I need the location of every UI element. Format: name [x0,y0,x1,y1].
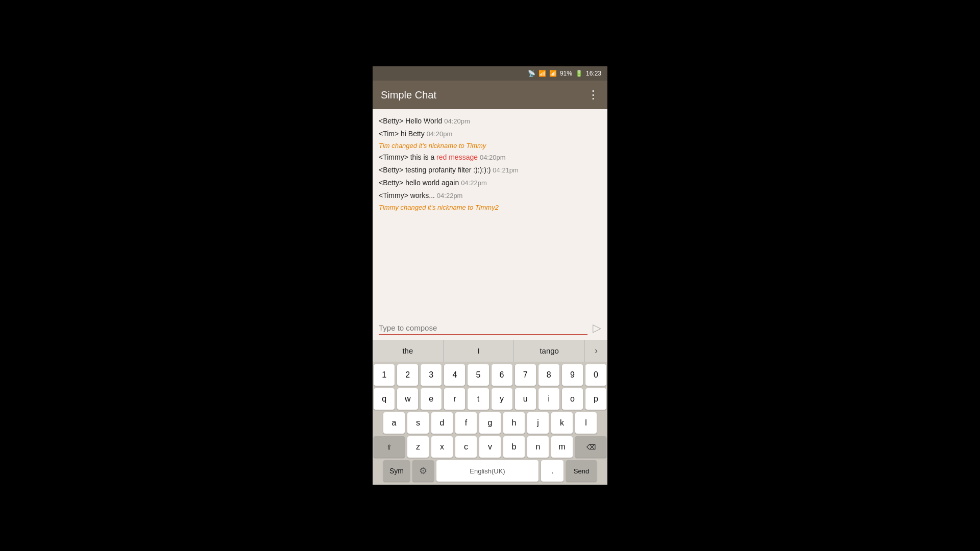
autocomplete-the[interactable]: the [373,340,444,362]
key-e[interactable]: e [421,388,442,410]
qwerty-row: q w e r t y u i o p [374,388,606,410]
keyboard-send-key[interactable]: Send [566,460,597,482]
chat-message-1: <Betty> Hello World 04:20pm [379,115,601,127]
key-n[interactable]: n [527,436,549,458]
shift-key[interactable]: ⇧ [374,436,405,458]
more-options-button[interactable]: ⋮ [587,88,599,102]
number-row: 1 2 3 4 5 6 7 8 9 0 [374,364,606,386]
msg-text-1: Hello World [405,117,444,125]
key-0[interactable]: 0 [585,364,606,386]
system-message-2: Timmy changed it's nickname to Timmy2 [379,203,601,212]
key-p[interactable]: p [585,388,606,410]
msg-text-7: works... [410,191,437,199]
compose-input[interactable] [379,321,587,335]
msg-text-6: hello world again [405,179,461,187]
autocomplete-bar: the I tango › [373,340,607,362]
key-8[interactable]: 8 [538,364,559,386]
chat-area: <Betty> Hello World 04:20pm <Tim> hi Bet… [373,109,607,317]
key-x[interactable]: x [431,436,453,458]
app-bar: Simple Chat ⋮ [373,81,607,109]
zxcv-row: ⇧ z x c v b n m ⌫ [374,436,606,458]
backspace-key[interactable]: ⌫ [575,436,606,458]
key-5[interactable]: 5 [468,364,488,386]
keyboard: 1 2 3 4 5 6 7 8 9 0 q w e r t y u i o p … [373,362,607,485]
key-a[interactable]: a [383,412,405,434]
key-z[interactable]: z [407,436,429,458]
asdf-row: a s d f g h j k l [374,412,606,434]
key-7[interactable]: 7 [515,364,536,386]
autocomplete-tango[interactable]: tango [514,340,585,362]
key-y[interactable]: y [492,388,512,410]
msg-time-1: 04:20pm [444,117,470,125]
key-g[interactable]: g [479,412,501,434]
system-message-1: Tim changed it's nickname to Timmy [379,141,601,151]
autocomplete-expand-button[interactable]: › [585,345,607,356]
key-h[interactable]: h [503,412,525,434]
key-c[interactable]: c [455,436,477,458]
sender-tim-1: <Tim> [379,130,399,138]
msg-text-2: hi Betty [401,130,427,138]
key-w[interactable]: w [397,388,418,410]
key-d[interactable]: d [431,412,453,434]
msg-time-4: 04:20pm [480,154,506,161]
key-l[interactable]: l [575,412,597,434]
status-bar: 📡 📶 📶 91% 🔋 16:23 [373,66,607,81]
chat-message-6: <Betty> hello world again 04:22pm [379,177,601,189]
sender-betty-2: <Betty> [379,166,403,174]
chat-message-5: <Betty> testing profanity filter :):):):… [379,164,601,176]
battery-text: 91% [560,70,572,77]
msg-text-5: testing profanity filter :):):):) [405,166,493,174]
msg-time-6: 04:22pm [461,179,487,187]
msg-time-5: 04:21pm [493,166,519,174]
key-v[interactable]: v [479,436,501,458]
sender-betty-1: <Betty> [379,117,403,125]
key-3[interactable]: 3 [421,364,442,386]
key-k[interactable]: k [551,412,573,434]
chat-message-2: <Tim> hi Betty 04:20pm [379,128,601,140]
key-r[interactable]: r [444,388,465,410]
compose-area: ▷ [373,317,607,340]
clock: 16:23 [586,70,601,77]
key-2[interactable]: 2 [397,364,418,386]
msg-text-4a: this is a [410,153,436,161]
dot-key[interactable]: . [541,460,564,482]
key-o[interactable]: o [562,388,583,410]
key-1[interactable]: 1 [374,364,395,386]
bottom-row: Sym ⚙ English(UK) . Send [374,460,606,482]
key-j[interactable]: j [527,412,549,434]
key-t[interactable]: t [468,388,488,410]
wifi-icon: 📶 [538,70,546,77]
gear-key[interactable]: ⚙ [412,460,434,482]
key-4[interactable]: 4 [444,364,465,386]
autocomplete-i[interactable]: I [444,340,514,362]
space-key[interactable]: English(UK) [436,460,538,482]
battery-icon: 🔋 [575,70,583,77]
key-f[interactable]: f [455,412,477,434]
chat-message-4: <Timmy> this is a red message 04:20pm [379,152,601,163]
sender-betty-3: <Betty> [379,179,403,187]
sym-key[interactable]: Sym [383,460,410,482]
key-u[interactable]: u [515,388,536,410]
sender-timmy-2: <Timmy> [379,191,408,199]
key-m[interactable]: m [551,436,573,458]
signal-icon: 📶 [549,70,557,77]
key-i[interactable]: i [538,388,559,410]
chat-message-7: <Timmy> works... 04:22pm [379,190,601,202]
red-word: red message [436,153,478,161]
cast-icon: 📡 [528,70,535,77]
key-s[interactable]: s [407,412,429,434]
send-button[interactable]: ▷ [593,321,601,335]
key-b[interactable]: b [503,436,525,458]
app-title: Simple Chat [381,89,436,101]
phone-container: 📡 📶 📶 91% 🔋 16:23 Simple Chat ⋮ <Betty> … [373,66,607,485]
key-9[interactable]: 9 [562,364,583,386]
sender-timmy-1: <Timmy> [379,153,408,161]
msg-time-7: 04:22pm [437,192,463,199]
msg-time-2: 04:20pm [427,130,453,138]
key-6[interactable]: 6 [492,364,512,386]
key-q[interactable]: q [374,388,395,410]
